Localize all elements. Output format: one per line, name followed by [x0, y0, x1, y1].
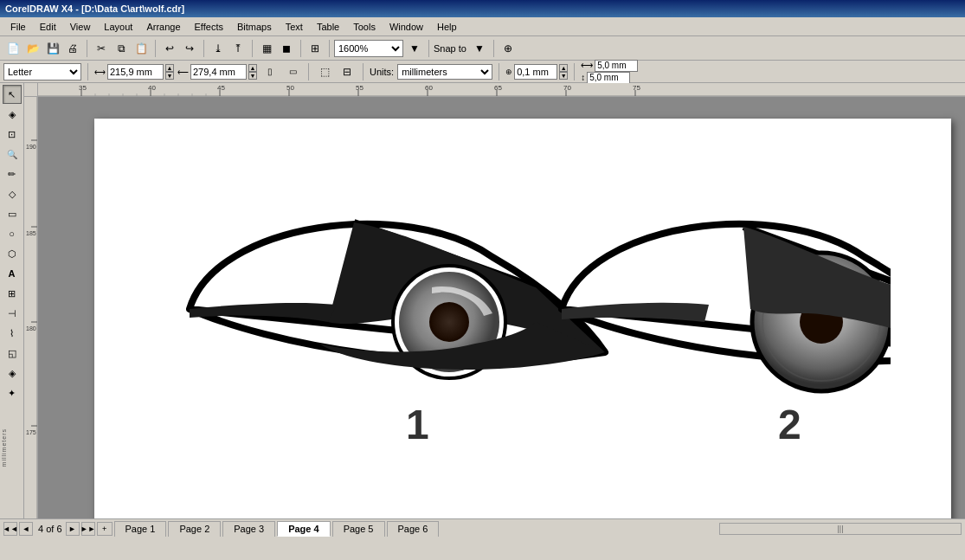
menu-window[interactable]: Window: [383, 20, 430, 34]
left-ruler-svg: 190 185 180 175: [24, 97, 38, 518]
height-input[interactable]: 279,4 mm: [190, 64, 247, 80]
nav-prev-button[interactable]: ◄: [19, 522, 33, 536]
select-tool[interactable]: ↖: [3, 85, 22, 104]
menu-effects[interactable]: Effects: [188, 20, 230, 34]
smartfill-tool[interactable]: ◇: [3, 184, 22, 203]
bleed-button[interactable]: ⊟: [338, 62, 357, 81]
nav-last-button[interactable]: ►►: [81, 522, 95, 536]
fill-tool[interactable]: ◈: [3, 364, 22, 383]
measure-tool[interactable]: ⊣: [3, 304, 22, 323]
svg-text:35: 35: [79, 84, 87, 92]
page-size-select[interactable]: Letter: [3, 63, 81, 80]
open-button[interactable]: 📂: [23, 39, 42, 58]
polygon-tool[interactable]: ⬡: [3, 244, 22, 263]
sep6: [329, 40, 330, 57]
landscape-button[interactable]: ▭: [283, 62, 302, 81]
page3-tab[interactable]: Page 3: [222, 521, 275, 537]
shape-tool[interactable]: ◈: [3, 105, 22, 124]
menu-help[interactable]: Help: [430, 20, 464, 34]
view-button[interactable]: ⊞: [306, 39, 325, 58]
eyes-artwork: 1: [164, 153, 891, 482]
page6-tab[interactable]: Page 6: [387, 521, 440, 537]
menu-layout[interactable]: Layout: [97, 20, 139, 34]
left-toolbar: ↖ ◈ ⊡ 🔍 ✏ ◇ ▭ ○ ⬡ A ⊞ ⊣ ⌇ ◱ ◈ ✦ millimet…: [0, 83, 24, 518]
height-down[interactable]: ▼: [248, 72, 257, 80]
dupy-input[interactable]: [587, 72, 630, 84]
main-area: ↖ ◈ ⊡ 🔍 ✏ ◇ ▭ ○ ⬡ A ⊞ ⊣ ⌇ ◱ ◈ ✦ millimet…: [0, 83, 965, 518]
shadow-tool[interactable]: ◱: [3, 344, 22, 363]
new-button[interactable]: 📄: [3, 39, 23, 58]
dupx-input[interactable]: [595, 60, 638, 72]
undo-button[interactable]: ↩: [160, 39, 179, 58]
sep11: [363, 63, 363, 80]
snap-dropdown[interactable]: ▼: [470, 39, 489, 58]
top-ruler-row: 35 40 45 50 55 60 65 70: [24, 83, 965, 97]
zoom-dropdown[interactable]: ▼: [405, 39, 424, 58]
menu-view[interactable]: View: [63, 20, 98, 34]
text-tool[interactable]: A: [3, 264, 22, 283]
eye2-group: [562, 224, 891, 391]
redo-button[interactable]: ↪: [180, 39, 199, 58]
nudge-icon: ⊕: [505, 68, 512, 76]
page4-tab[interactable]: Page 4: [277, 521, 330, 537]
export-button[interactable]: ⤒: [228, 39, 248, 58]
rectangle-tool[interactable]: ▭: [3, 204, 22, 223]
svg-text:45: 45: [217, 84, 225, 92]
width-up[interactable]: ▲: [165, 64, 174, 72]
sep5: [300, 40, 301, 57]
canvas-scroll[interactable]: 1: [38, 97, 965, 518]
units-select[interactable]: millimeters: [397, 64, 492, 80]
page2-tab[interactable]: Page 2: [168, 521, 221, 537]
zoom-select[interactable]: 1600%: [334, 40, 403, 57]
page-frame-button[interactable]: ⬚: [315, 62, 334, 81]
page-canvas: 1: [94, 119, 951, 518]
menu-edit[interactable]: Edit: [33, 20, 63, 34]
page5-tab[interactable]: Page 5: [332, 521, 385, 537]
freehand-tool[interactable]: ✏: [3, 164, 22, 183]
svg-text:175: 175: [26, 429, 36, 435]
units-label: Units:: [370, 67, 394, 77]
copy-button[interactable]: ⧉: [112, 39, 131, 58]
add-page-button[interactable]: +: [97, 522, 113, 536]
nudge-input[interactable]: 0,1 mm: [514, 64, 557, 80]
connector-tool[interactable]: ⌇: [3, 324, 22, 343]
menu-text[interactable]: Text: [279, 20, 310, 34]
zoom-tool[interactable]: 🔍: [3, 145, 22, 164]
paste-button[interactable]: 📋: [132, 39, 151, 58]
nav-next-button[interactable]: ►: [66, 522, 80, 536]
scrollbar-thumb: |||: [837, 525, 843, 533]
svg-text:60: 60: [425, 84, 433, 92]
cut-button[interactable]: ✂: [92, 39, 111, 58]
import-button[interactable]: ⤓: [209, 39, 228, 58]
svg-text:190: 190: [26, 144, 36, 150]
nav-first-button[interactable]: ◄◄: [3, 522, 17, 536]
top-ruler-svg: 35 40 45 50 55 60 65 70: [38, 83, 965, 96]
eyedropper-tool[interactable]: ✦: [3, 383, 22, 402]
menu-tools[interactable]: Tools: [346, 20, 383, 34]
save-button[interactable]: 💾: [43, 39, 62, 58]
menu-file[interactable]: File: [3, 20, 33, 34]
fill-closed-button[interactable]: ◼: [277, 39, 296, 58]
guidelines-button[interactable]: ⊕: [499, 39, 518, 58]
menu-table[interactable]: Table: [310, 20, 346, 34]
print-button[interactable]: 🖨: [63, 39, 82, 58]
nudge-up[interactable]: ▲: [559, 64, 568, 72]
table-tool[interactable]: ⊞: [3, 284, 22, 303]
nudge-down[interactable]: ▼: [559, 72, 568, 80]
menu-arrange[interactable]: Arrange: [139, 20, 187, 34]
ellipse-tool[interactable]: ○: [3, 224, 22, 243]
width-input[interactable]: 215,9 mm: [107, 64, 164, 80]
horizontal-scrollbar[interactable]: |||: [719, 523, 962, 535]
svg-text:185: 185: [26, 230, 36, 236]
width-down[interactable]: ▼: [165, 72, 174, 80]
canvas-area: 35 40 45 50 55 60 65 70: [24, 83, 965, 518]
dupy-icon: ↕: [581, 73, 585, 82]
toolbar2: Letter ⟷ 215,9 mm ▲ ▼ ⟵ 279,4 mm ▲ ▼ ▯ ▭…: [0, 61, 965, 83]
portrait-button[interactable]: ▯: [261, 62, 280, 81]
crop-tool[interactable]: ⊡: [3, 125, 22, 144]
menu-bitmaps[interactable]: Bitmaps: [230, 20, 279, 34]
fill-open-button[interactable]: ▦: [257, 39, 276, 58]
height-up[interactable]: ▲: [248, 64, 257, 72]
ruler-corner: [24, 83, 38, 97]
page1-tab[interactable]: Page 1: [114, 521, 167, 537]
